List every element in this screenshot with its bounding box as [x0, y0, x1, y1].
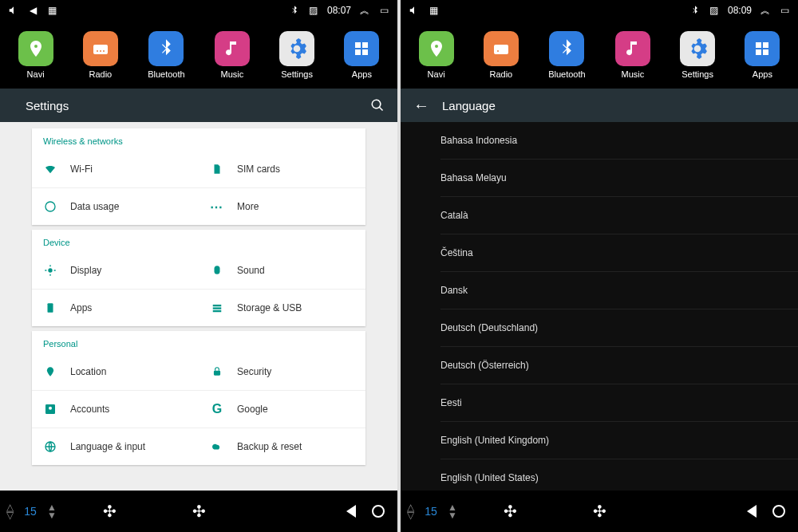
clock: 08:07 — [327, 5, 351, 16]
svg-rect-21 — [763, 42, 768, 48]
launcher-settings[interactable]: Settings — [279, 31, 314, 79]
settings-row-label: More — [237, 201, 259, 212]
nav-back-icon[interactable] — [747, 505, 757, 518]
fan-icon[interactable]: ✣ — [103, 502, 117, 521]
backup-icon — [210, 439, 224, 454]
svg-point-1 — [97, 50, 98, 52]
apps-grid-icon — [745, 31, 780, 66]
gear-icon — [279, 31, 314, 66]
google-icon: G — [210, 402, 224, 416]
music-icon — [615, 31, 650, 66]
expand-icon[interactable]: ︽ — [760, 5, 771, 16]
section-title: Wireless & networks — [32, 128, 365, 151]
temp-down-left2[interactable]: ▼ — [47, 511, 57, 519]
temp-down-left[interactable]: ▽ — [407, 511, 414, 519]
svg-rect-0 — [93, 45, 108, 54]
page-title: Language — [442, 99, 496, 112]
nav-back-icon[interactable] — [346, 505, 356, 518]
settings-row-more[interactable]: ⋯More — [199, 187, 365, 225]
expand-icon[interactable]: ︽ — [359, 5, 370, 16]
settings-row-accounts[interactable]: Accounts — [32, 390, 199, 428]
launcher-apps[interactable]: Apps — [745, 31, 780, 79]
storage-icon — [210, 301, 224, 315]
fan-icon2[interactable]: ✣ — [593, 502, 606, 521]
svg-rect-7 — [362, 49, 368, 55]
settings-row-storage[interactable]: Storage & USB — [199, 289, 365, 326]
recent-icon[interactable]: ▭ — [779, 5, 790, 16]
svg-point-19 — [497, 50, 499, 52]
settings-row-security[interactable]: Security — [199, 353, 365, 390]
radio-icon — [484, 31, 519, 66]
clock: 08:09 — [728, 5, 752, 16]
svg-rect-23 — [763, 49, 768, 55]
bluetooth-icon — [549, 31, 584, 66]
language-option[interactable]: Deutsch (Österreich) — [440, 347, 798, 384]
settings-row-wifi[interactable]: Wi-Fi — [32, 151, 199, 187]
language-header: ← Language — [401, 89, 798, 122]
bluetooth-status-icon — [289, 5, 300, 16]
svg-rect-20 — [756, 42, 761, 48]
launcher-navi[interactable]: Navi — [419, 31, 454, 79]
nav-home-icon[interactable] — [372, 505, 385, 518]
settings-row-label: Wi-Fi — [70, 164, 93, 175]
language-option[interactable]: English (United States) — [440, 459, 798, 491]
settings-row-display[interactable]: Display — [32, 252, 199, 289]
section-title: Personal — [32, 331, 365, 353]
music-icon — [215, 31, 250, 66]
svg-point-9 — [48, 268, 52, 272]
launcher-navi[interactable]: Navi — [18, 31, 53, 79]
settings-section: Wireless & networksWi-FiSIM cardsData us… — [32, 128, 365, 225]
settings-row-label: Apps — [70, 302, 92, 313]
svg-rect-5 — [362, 42, 368, 48]
language-option[interactable]: Čeština — [440, 234, 798, 272]
display-icon — [43, 263, 57, 278]
language-option[interactable]: English (United Kingdom) — [440, 422, 798, 459]
wifi-icon — [43, 162, 57, 176]
settings-row-data[interactable]: Data usage — [32, 187, 199, 225]
settings-row-sim[interactable]: SIM cards — [199, 151, 365, 187]
search-icon[interactable] — [370, 98, 385, 112]
launcher-apps[interactable]: Apps — [344, 31, 379, 79]
svg-point-16 — [49, 407, 52, 410]
fan-icon2[interactable]: ✣ — [192, 502, 206, 521]
launcher-settings[interactable]: Settings — [680, 31, 715, 79]
svg-point-8 — [45, 202, 55, 211]
settings-row-location[interactable]: Location — [32, 353, 199, 390]
settings-row-apps[interactable]: Apps — [32, 289, 199, 326]
language-option[interactable]: Deutsch (Deutschland) — [440, 309, 798, 347]
launcher-music[interactable]: Music — [215, 31, 250, 79]
nav-home-icon[interactable] — [772, 505, 785, 518]
temp-down-left[interactable]: ▽ — [6, 511, 14, 519]
language-option[interactable]: Dansk — [440, 272, 798, 309]
launcher-radio[interactable]: Radio — [83, 31, 118, 79]
launcher-row: Navi Radio Bluetooth Music Settings Apps — [401, 21, 798, 89]
settings-row-google[interactable]: GGoogle — [199, 390, 365, 428]
signal-icon: ▨ — [709, 5, 720, 16]
launcher-radio[interactable]: Radio — [484, 31, 519, 79]
settings-row-label: Display — [70, 265, 101, 276]
fan-icon[interactable]: ✣ — [504, 502, 517, 521]
pin-icon — [419, 31, 454, 66]
settings-row-label: Accounts — [70, 404, 109, 415]
svg-rect-4 — [355, 42, 361, 48]
settings-header: Settings — [0, 89, 397, 122]
recent-icon[interactable]: ▭ — [378, 5, 389, 16]
radio-icon — [83, 31, 118, 66]
back-nav-icon[interactable]: ◀ — [27, 5, 38, 16]
launcher-bluetooth[interactable]: Bluetooth — [548, 31, 585, 79]
launcher-music[interactable]: Music — [615, 31, 650, 79]
temp-down-left2[interactable]: ▼ — [448, 511, 457, 519]
language-option[interactable]: Bahasa Melayu — [440, 160, 798, 197]
temp-value: 15 — [22, 505, 39, 518]
language-option[interactable]: Bahasa Indonesia — [440, 122, 798, 160]
language-option[interactable]: Eesti — [440, 384, 798, 422]
sound-icon — [210, 263, 224, 278]
language-option[interactable]: Català — [440, 197, 798, 234]
back-arrow-icon[interactable]: ← — [413, 97, 429, 115]
settings-row-language[interactable]: Language & input — [32, 428, 199, 465]
settings-row-sound[interactable]: Sound — [199, 252, 365, 289]
apps-grid-icon — [344, 31, 379, 66]
app-indicator-icon: ▦ — [428, 5, 439, 16]
launcher-bluetooth[interactable]: Bluetooth — [148, 31, 184, 79]
settings-row-backup[interactable]: Backup & reset — [199, 428, 365, 465]
